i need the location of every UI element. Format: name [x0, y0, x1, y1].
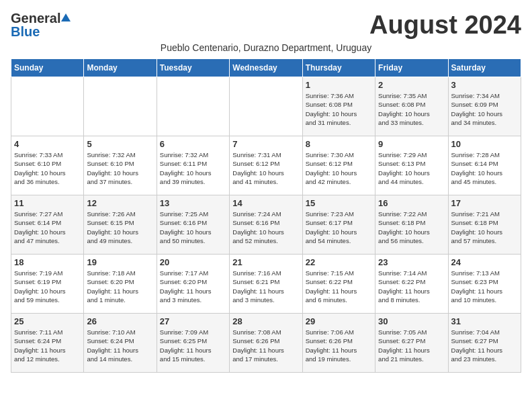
day-number: 24 — [451, 257, 518, 267]
day-info: Sunrise: 7:19 AM Sunset: 6:19 PM Dayligh… — [14, 269, 81, 304]
day-number: 16 — [378, 198, 445, 208]
day-info: Sunrise: 7:10 AM Sunset: 6:24 PM Dayligh… — [87, 328, 153, 363]
calendar-cell — [11, 77, 84, 136]
day-info: Sunrise: 7:24 AM Sunset: 6:16 PM Dayligh… — [232, 210, 299, 245]
calendar-cell: 9Sunrise: 7:29 AM Sunset: 6:13 PM Daylig… — [375, 136, 448, 195]
calendar-cell: 18Sunrise: 7:19 AM Sunset: 6:19 PM Dayli… — [11, 255, 84, 314]
calendar-week-row: 18Sunrise: 7:19 AM Sunset: 6:19 PM Dayli… — [11, 255, 521, 314]
calendar-cell: 15Sunrise: 7:23 AM Sunset: 6:17 PM Dayli… — [302, 195, 375, 255]
logo-blue-text: Blue — [11, 26, 40, 37]
day-number: 21 — [232, 257, 299, 267]
calendar-cell: 27Sunrise: 7:09 AM Sunset: 6:25 PM Dayli… — [157, 314, 229, 373]
day-number: 5 — [87, 139, 153, 149]
day-number: 2 — [378, 80, 445, 90]
day-info: Sunrise: 7:30 AM Sunset: 6:12 PM Dayligh… — [306, 150, 372, 186]
calendar-cell — [230, 77, 302, 136]
day-number: 15 — [306, 198, 372, 208]
day-info: Sunrise: 7:04 AM Sunset: 6:27 PM Dayligh… — [451, 328, 518, 363]
day-info: Sunrise: 7:16 AM Sunset: 6:21 PM Dayligh… — [232, 269, 299, 304]
day-info: Sunrise: 7:26 AM Sunset: 6:15 PM Dayligh… — [87, 210, 153, 245]
day-info: Sunrise: 7:09 AM Sunset: 6:25 PM Dayligh… — [160, 328, 226, 363]
day-number: 14 — [232, 198, 299, 208]
day-number: 19 — [87, 257, 153, 267]
day-number: 27 — [160, 316, 226, 326]
calendar-week-row: 4Sunrise: 7:33 AM Sunset: 6:10 PM Daylig… — [11, 136, 521, 195]
calendar-cell — [157, 77, 229, 136]
day-info: Sunrise: 7:25 AM Sunset: 6:16 PM Dayligh… — [160, 210, 226, 245]
page-header: General Blue August 2024 — [11, 11, 521, 40]
day-info: Sunrise: 7:22 AM Sunset: 6:18 PM Dayligh… — [378, 210, 445, 245]
calendar-cell: 5Sunrise: 7:32 AM Sunset: 6:10 PM Daylig… — [84, 136, 157, 195]
day-number: 30 — [378, 316, 445, 326]
calendar-week-row: 11Sunrise: 7:27 AM Sunset: 6:14 PM Dayli… — [11, 195, 521, 255]
header-day-tuesday: Tuesday — [157, 59, 229, 77]
calendar-cell: 17Sunrise: 7:21 AM Sunset: 6:18 PM Dayli… — [448, 195, 521, 255]
calendar-cell: 3Sunrise: 7:34 AM Sunset: 6:09 PM Daylig… — [448, 77, 521, 136]
calendar-cell — [84, 77, 157, 136]
calendar-cell: 12Sunrise: 7:26 AM Sunset: 6:15 PM Dayli… — [84, 195, 157, 255]
day-info: Sunrise: 7:05 AM Sunset: 6:27 PM Dayligh… — [378, 328, 445, 363]
day-number: 11 — [14, 198, 81, 208]
calendar-cell: 14Sunrise: 7:24 AM Sunset: 6:16 PM Dayli… — [230, 195, 302, 255]
day-info: Sunrise: 7:17 AM Sunset: 6:20 PM Dayligh… — [160, 269, 226, 304]
calendar-week-row: 25Sunrise: 7:11 AM Sunset: 6:24 PM Dayli… — [11, 314, 521, 373]
day-info: Sunrise: 7:28 AM Sunset: 6:14 PM Dayligh… — [451, 150, 518, 186]
day-number: 6 — [160, 139, 226, 149]
day-info: Sunrise: 7:08 AM Sunset: 6:26 PM Dayligh… — [232, 328, 299, 363]
day-info: Sunrise: 7:13 AM Sunset: 6:23 PM Dayligh… — [451, 269, 518, 304]
calendar-cell: 4Sunrise: 7:33 AM Sunset: 6:10 PM Daylig… — [11, 136, 84, 195]
header-day-monday: Monday — [84, 59, 157, 77]
header-day-thursday: Thursday — [302, 59, 375, 77]
day-number: 26 — [87, 316, 153, 326]
day-number: 28 — [232, 316, 299, 326]
calendar-week-row: 1Sunrise: 7:36 AM Sunset: 6:08 PM Daylig… — [11, 77, 521, 136]
calendar-cell: 28Sunrise: 7:08 AM Sunset: 6:26 PM Dayli… — [230, 314, 302, 373]
calendar-cell: 7Sunrise: 7:31 AM Sunset: 6:12 PM Daylig… — [230, 136, 302, 195]
calendar-cell: 10Sunrise: 7:28 AM Sunset: 6:14 PM Dayli… — [448, 136, 521, 195]
day-number: 25 — [14, 316, 81, 326]
day-info: Sunrise: 7:32 AM Sunset: 6:10 PM Dayligh… — [87, 150, 153, 186]
day-number: 12 — [87, 198, 153, 208]
calendar-cell: 23Sunrise: 7:14 AM Sunset: 6:22 PM Dayli… — [375, 255, 448, 314]
day-number: 10 — [451, 139, 518, 149]
day-info: Sunrise: 7:18 AM Sunset: 6:20 PM Dayligh… — [87, 269, 153, 304]
day-info: Sunrise: 7:32 AM Sunset: 6:11 PM Dayligh… — [160, 150, 226, 186]
day-info: Sunrise: 7:33 AM Sunset: 6:10 PM Dayligh… — [14, 150, 81, 186]
month-title: August 2024 — [369, 11, 521, 40]
calendar-table: SundayMondayTuesdayWednesdayThursdayFrid… — [11, 58, 521, 373]
calendar-cell: 8Sunrise: 7:30 AM Sunset: 6:12 PM Daylig… — [302, 136, 375, 195]
day-number: 9 — [378, 139, 445, 149]
day-number: 13 — [160, 198, 226, 208]
calendar-cell: 31Sunrise: 7:04 AM Sunset: 6:27 PM Dayli… — [448, 314, 521, 373]
calendar-cell: 22Sunrise: 7:15 AM Sunset: 6:22 PM Dayli… — [302, 255, 375, 314]
day-info: Sunrise: 7:06 AM Sunset: 6:26 PM Dayligh… — [306, 328, 372, 363]
header-day-saturday: Saturday — [448, 59, 521, 77]
calendar-cell: 25Sunrise: 7:11 AM Sunset: 6:24 PM Dayli… — [11, 314, 84, 373]
day-info: Sunrise: 7:23 AM Sunset: 6:17 PM Dayligh… — [306, 210, 372, 245]
calendar-cell: 30Sunrise: 7:05 AM Sunset: 6:27 PM Dayli… — [375, 314, 448, 373]
day-info: Sunrise: 7:14 AM Sunset: 6:22 PM Dayligh… — [378, 269, 445, 304]
calendar-cell: 19Sunrise: 7:18 AM Sunset: 6:20 PM Dayli… — [84, 255, 157, 314]
calendar-cell: 20Sunrise: 7:17 AM Sunset: 6:20 PM Dayli… — [157, 255, 229, 314]
day-number: 1 — [306, 80, 372, 90]
day-number: 31 — [451, 316, 518, 326]
logo-triangle-icon — [61, 13, 71, 21]
day-info: Sunrise: 7:35 AM Sunset: 6:08 PM Dayligh… — [378, 91, 445, 127]
header-day-wednesday: Wednesday — [230, 59, 302, 77]
calendar-cell: 1Sunrise: 7:36 AM Sunset: 6:08 PM Daylig… — [302, 77, 375, 136]
subtitle: Pueblo Centenario, Durazno Department, U… — [11, 42, 521, 53]
day-info: Sunrise: 7:11 AM Sunset: 6:24 PM Dayligh… — [14, 328, 81, 363]
day-info: Sunrise: 7:34 AM Sunset: 6:09 PM Dayligh… — [451, 91, 518, 127]
day-info: Sunrise: 7:36 AM Sunset: 6:08 PM Dayligh… — [306, 91, 372, 127]
calendar-cell: 6Sunrise: 7:32 AM Sunset: 6:11 PM Daylig… — [157, 136, 229, 195]
day-info: Sunrise: 7:27 AM Sunset: 6:14 PM Dayligh… — [14, 210, 81, 245]
day-info: Sunrise: 7:29 AM Sunset: 6:13 PM Dayligh… — [378, 150, 445, 186]
day-number: 22 — [306, 257, 372, 267]
calendar-cell: 11Sunrise: 7:27 AM Sunset: 6:14 PM Dayli… — [11, 195, 84, 255]
header-day-friday: Friday — [375, 59, 448, 77]
calendar-cell: 21Sunrise: 7:16 AM Sunset: 6:21 PM Dayli… — [230, 255, 302, 314]
day-number: 20 — [160, 257, 226, 267]
day-number: 8 — [306, 139, 372, 149]
day-number: 3 — [451, 80, 518, 90]
day-info: Sunrise: 7:21 AM Sunset: 6:18 PM Dayligh… — [451, 210, 518, 245]
